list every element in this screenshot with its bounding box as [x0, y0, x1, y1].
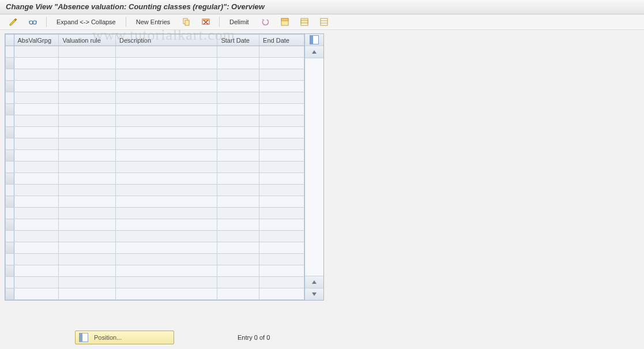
cell-start[interactable]	[217, 92, 259, 104]
cell-end[interactable]	[259, 150, 304, 162]
cell-grpg[interactable]	[14, 173, 59, 185]
cell-desc[interactable]	[115, 196, 217, 208]
cell-desc[interactable]	[115, 162, 217, 173]
cell-end[interactable]	[259, 104, 304, 115]
cell-grpg[interactable]	[14, 46, 59, 58]
scroll-up-button[interactable]	[305, 46, 323, 58]
cell-start[interactable]	[217, 254, 259, 265]
select-all-button[interactable]	[276, 16, 293, 28]
cell-end[interactable]	[259, 92, 304, 104]
row-selector[interactable]	[6, 150, 14, 162]
cell-desc[interactable]	[115, 92, 217, 104]
cell-end[interactable]	[259, 196, 304, 208]
cell-rule[interactable]	[59, 208, 116, 219]
cell-desc[interactable]	[115, 254, 217, 265]
cell-start[interactable]	[217, 58, 259, 69]
expand-collapse-button[interactable]: Expand <-> Collapse	[51, 16, 121, 28]
cell-desc[interactable]	[115, 69, 217, 81]
cell-start[interactable]	[217, 196, 259, 208]
cell-grpg[interactable]	[14, 265, 59, 277]
cell-start[interactable]	[217, 127, 259, 138]
cell-grpg[interactable]	[14, 138, 59, 150]
position-button[interactable]: Position...	[75, 331, 174, 344]
cell-desc[interactable]	[115, 277, 217, 288]
row-selector[interactable]	[6, 92, 14, 104]
row-selector[interactable]	[6, 277, 14, 288]
cell-rule[interactable]	[59, 46, 116, 58]
cell-start[interactable]	[217, 81, 259, 92]
row-selector[interactable]	[6, 242, 14, 254]
cell-rule[interactable]	[59, 173, 116, 185]
cell-grpg[interactable]	[14, 69, 59, 81]
cell-grpg[interactable]	[14, 58, 59, 69]
cell-start[interactable]	[217, 138, 259, 150]
cell-grpg[interactable]	[14, 150, 59, 162]
cell-end[interactable]	[259, 242, 304, 254]
row-selector[interactable]	[6, 265, 14, 277]
row-selector[interactable]	[6, 254, 14, 265]
cell-start[interactable]	[217, 277, 259, 288]
cell-desc[interactable]	[115, 115, 217, 127]
cell-end[interactable]	[259, 185, 304, 196]
scroll-track[interactable]	[305, 58, 323, 276]
cell-desc[interactable]	[115, 46, 217, 58]
cell-grpg[interactable]	[14, 254, 59, 265]
cell-rule[interactable]	[59, 127, 116, 138]
cell-grpg[interactable]	[14, 208, 59, 219]
cell-end[interactable]	[259, 208, 304, 219]
cell-end[interactable]	[259, 254, 304, 265]
cell-rule[interactable]	[59, 58, 116, 69]
cell-desc[interactable]	[115, 288, 217, 300]
delimit-button[interactable]: Delimit	[224, 16, 254, 28]
cell-start[interactable]	[217, 265, 259, 277]
cell-desc[interactable]	[115, 81, 217, 92]
select-block-button[interactable]	[296, 16, 313, 28]
row-selector[interactable]	[6, 58, 14, 69]
cell-grpg[interactable]	[14, 288, 59, 300]
cell-end[interactable]	[259, 127, 304, 138]
cell-grpg[interactable]	[14, 196, 59, 208]
row-selector[interactable]	[6, 231, 14, 242]
row-selector[interactable]	[6, 127, 14, 138]
row-selector[interactable]	[6, 81, 14, 92]
cell-desc[interactable]	[115, 58, 217, 69]
undo-button[interactable]	[257, 16, 274, 28]
cell-start[interactable]	[217, 69, 259, 81]
cell-start[interactable]	[217, 231, 259, 242]
scroll-down-button[interactable]	[305, 288, 323, 300]
cell-end[interactable]	[259, 58, 304, 69]
row-selector[interactable]	[6, 173, 14, 185]
cell-rule[interactable]	[59, 150, 116, 162]
cell-start[interactable]	[217, 162, 259, 173]
cell-rule[interactable]	[59, 162, 116, 173]
display-change-button[interactable]	[5, 16, 22, 28]
cell-end[interactable]	[259, 231, 304, 242]
cell-desc[interactable]	[115, 185, 217, 196]
row-selector[interactable]	[6, 162, 14, 173]
table-configure-button[interactable]	[305, 34, 323, 46]
cell-start[interactable]	[217, 115, 259, 127]
cell-grpg[interactable]	[14, 127, 59, 138]
cell-end[interactable]	[259, 69, 304, 81]
row-selector[interactable]	[6, 69, 14, 81]
cell-end[interactable]	[259, 173, 304, 185]
cell-rule[interactable]	[59, 138, 116, 150]
deselect-all-button[interactable]	[315, 16, 333, 28]
cell-desc[interactable]	[115, 150, 217, 162]
row-selector[interactable]	[6, 138, 14, 150]
cell-desc[interactable]	[115, 231, 217, 242]
cell-start[interactable]	[217, 208, 259, 219]
col-description[interactable]: Description	[115, 35, 217, 46]
cell-grpg[interactable]	[14, 219, 59, 231]
cell-rule[interactable]	[59, 196, 116, 208]
cell-rule[interactable]	[59, 277, 116, 288]
cell-grpg[interactable]	[14, 277, 59, 288]
cell-start[interactable]	[217, 46, 259, 58]
cell-desc[interactable]	[115, 138, 217, 150]
cell-grpg[interactable]	[14, 104, 59, 115]
cell-end[interactable]	[259, 288, 304, 300]
cell-rule[interactable]	[59, 115, 116, 127]
row-selector[interactable]	[6, 104, 14, 115]
col-absvalgrpg[interactable]: AbsValGrpg	[14, 35, 59, 46]
cell-rule[interactable]	[59, 265, 116, 277]
